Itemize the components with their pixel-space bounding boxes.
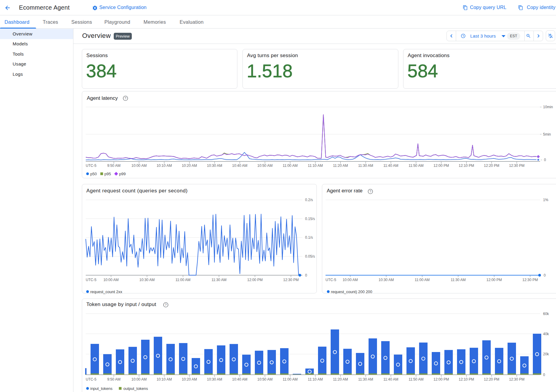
svg-text:9:50 AM: 9:50 AM (107, 164, 120, 168)
svg-text:12:20 PM: 12:20 PM (484, 377, 499, 381)
svg-text:11:40 AM: 11:40 AM (383, 164, 398, 168)
svg-text:20k: 20k (543, 352, 549, 356)
svg-text:11:30 AM: 11:30 AM (358, 377, 373, 381)
svg-text:10:30 AM: 10:30 AM (207, 377, 222, 381)
svg-text:10:10 AM: 10:10 AM (156, 164, 172, 168)
svg-text:0.05/s: 0.05/s (305, 254, 315, 259)
svg-text:5min: 5min (543, 132, 551, 136)
svg-text:11:00 AM: 11:00 AM (415, 278, 430, 282)
svg-text:0.15/s: 0.15/s (305, 217, 315, 221)
svg-text:12:30 PM: 12:30 PM (509, 377, 524, 381)
svg-text:UTC-5: UTC-5 (86, 164, 97, 168)
svg-text:12:20 PM: 12:20 PM (484, 164, 499, 168)
svg-text:0.1/s: 0.1/s (305, 235, 313, 240)
svg-text:10:30 AM: 10:30 AM (207, 164, 222, 168)
svg-text:12:00 PM: 12:00 PM (487, 278, 502, 282)
svg-text:request_count) 200 200: request_count) 200 200 (331, 289, 372, 294)
svg-text:10:40 AM: 10:40 AM (232, 377, 248, 381)
svg-text:12:30 PM: 12:30 PM (283, 278, 298, 282)
svg-text:10:00 AM: 10:00 AM (131, 164, 147, 168)
svg-text:11:50 AM: 11:50 AM (409, 164, 424, 168)
svg-text:11:10 AM: 11:10 AM (308, 377, 323, 381)
svg-text:10:20 AM: 10:20 AM (182, 377, 197, 381)
svg-text:11:20 AM: 11:20 AM (333, 377, 348, 381)
svg-text:11:20 AM: 11:20 AM (333, 164, 348, 168)
svg-text:UTC-5: UTC-5 (86, 278, 97, 282)
svg-text:p95: p95 (104, 172, 111, 176)
svg-text:11:00 AM: 11:00 AM (175, 278, 190, 282)
svg-text:60k: 60k (543, 312, 549, 316)
svg-text:0.2/s: 0.2/s (305, 198, 313, 202)
svg-text:0: 0 (544, 158, 546, 162)
svg-text:12:10 PM: 12:10 PM (459, 377, 474, 381)
svg-text:10:10 AM: 10:10 AM (156, 377, 172, 381)
svg-text:11:00 AM: 11:00 AM (283, 377, 298, 381)
svg-text:12:30 PM: 12:30 PM (509, 164, 524, 168)
svg-text:10:50 AM: 10:50 AM (257, 377, 273, 381)
svg-text:10:00 AM: 10:00 AM (131, 377, 147, 381)
svg-text:input_tokens: input_tokens (90, 386, 113, 391)
svg-text:12:00 PM: 12:00 PM (247, 278, 263, 282)
svg-text:11:40 AM: 11:40 AM (383, 377, 398, 381)
svg-text:10:30 AM: 10:30 AM (139, 278, 155, 282)
svg-text:1%: 1% (543, 198, 548, 202)
svg-text:10:40 AM: 10:40 AM (232, 164, 248, 168)
svg-text:request_count 2xx: request_count 2xx (90, 289, 122, 294)
svg-text:12:30 PM: 12:30 PM (522, 278, 538, 282)
svg-text:11:50 AM: 11:50 AM (409, 377, 424, 381)
svg-text:12:00 PM: 12:00 PM (434, 164, 449, 168)
svg-text:11:10 AM: 11:10 AM (308, 164, 323, 168)
svg-text:11:30 AM: 11:30 AM (358, 164, 373, 168)
svg-text:10:50 AM: 10:50 AM (257, 164, 273, 168)
svg-text:0: 0 (305, 273, 307, 277)
svg-text:output_tokens: output_tokens (123, 386, 148, 391)
svg-text:11:30 AM: 11:30 AM (451, 278, 466, 282)
svg-text:UTC-5: UTC-5 (326, 278, 336, 282)
svg-text:10min: 10min (543, 105, 553, 109)
svg-text:11:30 AM: 11:30 AM (212, 278, 227, 282)
svg-text:40k: 40k (543, 332, 549, 336)
svg-text:0: 0 (543, 373, 545, 377)
svg-text:p50: p50 (90, 172, 97, 176)
svg-text:12:00 PM: 12:00 PM (434, 377, 449, 381)
svg-text:11:00 AM: 11:00 AM (283, 164, 298, 168)
svg-text:p99: p99 (119, 172, 126, 176)
svg-text:0: 0 (544, 273, 546, 277)
svg-text:9:50 AM: 9:50 AM (107, 377, 120, 381)
svg-text:10:20 AM: 10:20 AM (182, 164, 197, 168)
svg-text:12:10 PM: 12:10 PM (459, 164, 474, 168)
svg-text:10:00 AM: 10:00 AM (103, 278, 119, 282)
svg-text:UTC-5: UTC-5 (86, 377, 97, 381)
svg-text:10:30 AM: 10:30 AM (378, 278, 394, 282)
svg-text:10:00 AM: 10:00 AM (343, 278, 358, 282)
